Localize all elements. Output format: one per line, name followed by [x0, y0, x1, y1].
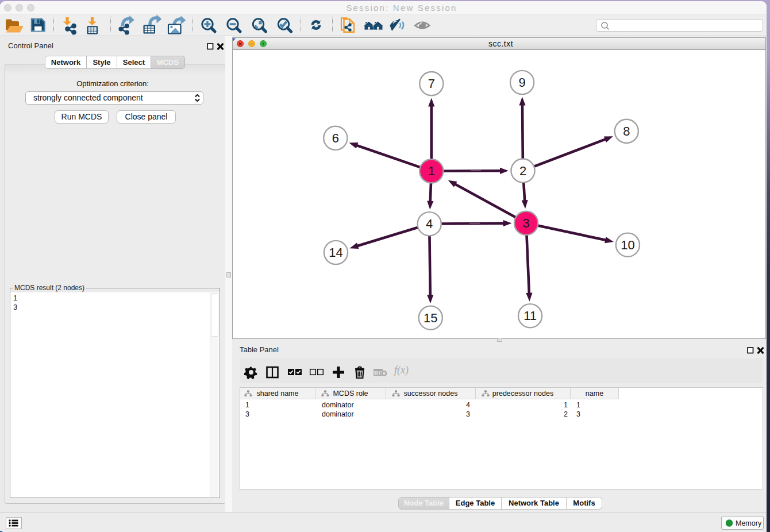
svg-text:10: 10	[621, 238, 634, 252]
svg-text:15: 15	[424, 311, 437, 325]
svg-text:14: 14	[329, 245, 342, 260]
svg-text:6: 6	[332, 131, 339, 145]
svg-text:7: 7	[428, 76, 435, 91]
svg-text:2: 2	[519, 164, 526, 178]
svg-text:4: 4	[426, 217, 433, 231]
svg-text:8: 8	[623, 124, 630, 138]
svg-text:1: 1	[428, 164, 435, 178]
svg-text:9: 9	[518, 75, 525, 90]
svg-text:3: 3	[522, 216, 529, 230]
svg-text:11: 11	[523, 309, 537, 323]
svg-text:Memory: Memory	[736, 519, 762, 527]
